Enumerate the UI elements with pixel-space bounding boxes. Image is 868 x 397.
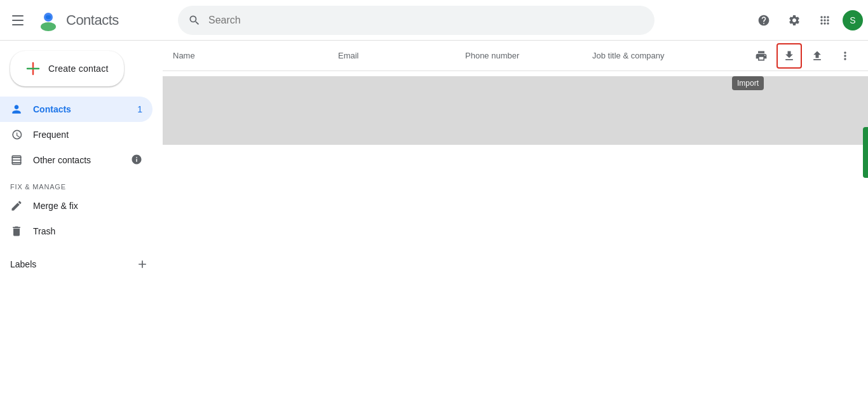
sidebar-item-other-contacts[interactable]: Other contacts	[0, 147, 153, 173]
create-contact-button[interactable]: Create contact	[10, 51, 124, 86]
help-icon	[757, 14, 770, 27]
trash-label: Trash	[33, 226, 55, 236]
frequent-nav-label: Frequent	[33, 130, 69, 140]
print-icon	[755, 50, 768, 62]
merge-fix-icon	[10, 199, 23, 212]
app-logo[interactable]: Contacts	[36, 8, 119, 33]
column-name: Name	[173, 51, 338, 60]
labels-title: Labels	[10, 259, 36, 269]
more-options-button[interactable]	[832, 43, 858, 69]
contacts-nav-badge: 1	[137, 104, 142, 114]
contacts-nav-icon	[10, 103, 23, 116]
scroll-indicator	[863, 127, 868, 178]
print-button[interactable]	[749, 43, 774, 69]
gear-icon	[788, 14, 801, 27]
header: Contacts S	[0, 0, 868, 41]
header-right: S	[751, 8, 863, 33]
hamburger-icon	[12, 15, 24, 25]
sidebar-item-frequent[interactable]: Frequent	[0, 122, 153, 147]
add-label-icon	[136, 258, 149, 271]
import-tooltip: Import	[732, 76, 764, 90]
content-area: Name Email Phone number Job title & comp…	[163, 41, 868, 397]
settings-button[interactable]	[782, 8, 807, 33]
column-email: Email	[338, 51, 465, 60]
trash-icon	[10, 225, 23, 238]
column-phone: Phone number	[465, 51, 592, 60]
import-button-wrapper: Import	[776, 43, 802, 69]
other-contacts-nav-label: Other contacts	[33, 155, 91, 165]
column-job: Job title & company	[592, 51, 749, 60]
add-label-button[interactable]	[132, 254, 153, 274]
contacts-logo-icon	[36, 8, 61, 33]
export-button[interactable]	[804, 43, 830, 69]
table-header: Name Email Phone number Job title & comp…	[163, 41, 868, 71]
app-title: Contacts	[66, 12, 119, 29]
import-button[interactable]	[776, 43, 802, 69]
sidebar-item-merge-fix[interactable]: Merge & fix	[0, 193, 153, 219]
search-icon	[188, 14, 201, 27]
other-contacts-icon	[10, 154, 23, 166]
menu-button[interactable]	[5, 8, 31, 33]
table-actions: Import	[749, 43, 858, 69]
main-layout: Create contact Contacts 1 Frequent Other…	[0, 41, 868, 397]
add-contact-icon	[25, 61, 41, 76]
search-input[interactable]	[208, 15, 644, 26]
merge-fix-label: Merge & fix	[33, 201, 78, 211]
search-bar[interactable]	[178, 6, 654, 35]
svg-point-1	[41, 22, 56, 31]
grid-icon	[818, 14, 831, 27]
export-icon	[811, 50, 824, 62]
fix-manage-label: Fix & manage	[0, 173, 163, 193]
more-vert-icon	[839, 50, 851, 62]
help-button[interactable]	[751, 8, 776, 33]
header-left: Contacts	[5, 8, 168, 33]
sidebar: Create contact Contacts 1 Frequent Other…	[0, 41, 163, 397]
svg-rect-2	[46, 15, 51, 19]
apps-button[interactable]	[812, 8, 837, 33]
sidebar-item-contacts[interactable]: Contacts 1	[0, 97, 153, 122]
avatar[interactable]: S	[843, 10, 863, 30]
sidebar-item-trash[interactable]: Trash	[0, 219, 153, 244]
labels-section: Labels	[0, 244, 163, 277]
create-contact-label: Create contact	[48, 64, 109, 74]
import-icon	[783, 50, 796, 62]
other-contacts-info-icon[interactable]	[131, 154, 142, 167]
contacts-nav-label: Contacts	[33, 104, 71, 114]
frequent-icon	[10, 128, 23, 141]
